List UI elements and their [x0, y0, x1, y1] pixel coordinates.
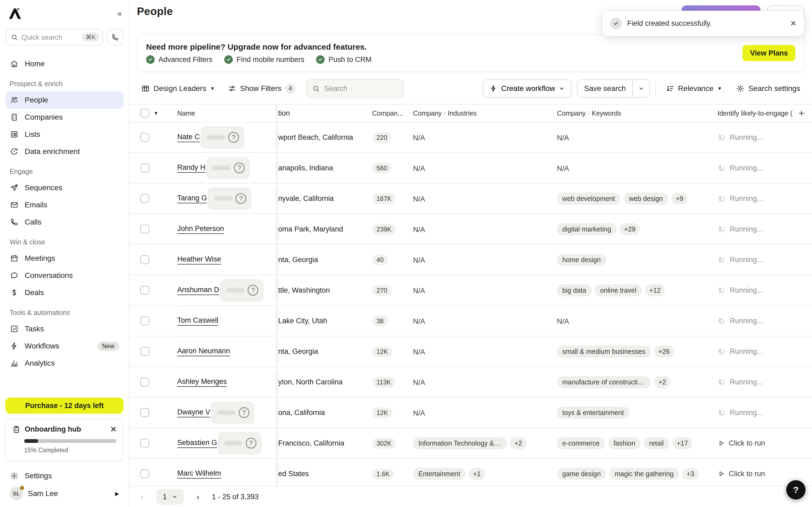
table-row[interactable]: Ashley Menges yton, North Carolina 113K … [130, 367, 812, 398]
redacted-name-box[interactable]: ? [218, 433, 261, 454]
sidebar-item-data-enrichment[interactable]: Data enrichment [5, 143, 123, 160]
sidebar-item-deals[interactable]: Deals [5, 284, 123, 301]
table-row[interactable]: Tarang G? nyvale, California 167K N/A we… [130, 183, 812, 214]
sidebar-item-meetings[interactable]: Meetings [5, 250, 123, 267]
identify-cell[interactable]: Running... [710, 286, 795, 294]
identify-cell[interactable]: Running... [710, 133, 795, 142]
column-header-industries[interactable]: Company · Industries [404, 109, 551, 117]
toast-close-icon[interactable]: ✕ [790, 19, 797, 28]
row-checkbox[interactable] [140, 439, 149, 448]
identify-cell[interactable]: Running... [710, 225, 795, 233]
table-search-input[interactable]: Search [306, 79, 404, 98]
search-settings-button[interactable]: Search settings [732, 79, 805, 98]
more-tags-badge[interactable]: +9 [671, 192, 688, 205]
sidebar-item-calls[interactable]: Calls [5, 214, 123, 231]
identify-cell[interactable]: Running... [710, 347, 795, 356]
sidebar-item-lists[interactable]: Lists [5, 126, 123, 143]
user-menu[interactable]: SL Sam Lee ▶ [5, 485, 123, 503]
sidebar-collapse-icon[interactable]: « [117, 9, 121, 18]
redacted-name-box[interactable]: ? [201, 127, 244, 148]
table-row[interactable]: Sebastien G? Francisco, California 302K … [130, 428, 812, 459]
row-checkbox[interactable] [140, 469, 149, 478]
identify-cell[interactable]: Running... [710, 317, 795, 325]
person-name-link[interactable]: Ashley Menges [177, 378, 227, 387]
sidebar-item-analytics[interactable]: Analytics [5, 355, 123, 372]
person-name-link[interactable]: Tarang G [177, 194, 207, 203]
table-row[interactable]: John Peterson oma Park, Maryland 239K N/… [130, 214, 812, 245]
row-checkbox[interactable] [140, 408, 149, 417]
row-checkbox[interactable] [140, 225, 149, 234]
person-name-link[interactable]: Anshuman D [177, 286, 219, 295]
person-name-link[interactable]: John Peterson [177, 225, 224, 234]
person-name-link[interactable]: Randy H [177, 163, 205, 173]
row-checkbox[interactable] [140, 347, 149, 356]
row-checkbox[interactable] [140, 378, 149, 387]
column-header-name[interactable]: Name [172, 105, 276, 122]
click-to-run-button[interactable]: Click to run [729, 439, 765, 447]
person-name-link[interactable]: Nate C [177, 133, 200, 142]
sidebar-item-emails[interactable]: Emails [5, 196, 123, 214]
column-header-employees[interactable]: Compan... [368, 109, 404, 117]
select-all-checkbox[interactable] [140, 109, 149, 118]
person-name-link[interactable]: Heather Wise [177, 255, 221, 265]
row-checkbox[interactable] [140, 255, 149, 264]
saved-list-dropdown[interactable]: Design Leaders ▼ [137, 79, 219, 98]
identify-cell[interactable]: Running... [710, 378, 795, 386]
table-row[interactable]: Aaron Neumann nta, Georgia 12K N/A small… [130, 336, 812, 367]
person-name-link[interactable]: Tom Caswell [177, 316, 218, 326]
person-name-link[interactable]: Sebastien G [177, 439, 217, 448]
click-to-run-button[interactable]: Click to run [729, 470, 765, 478]
redacted-name-box[interactable]: ? [211, 402, 254, 423]
more-tags-badge[interactable]: +26 [654, 345, 674, 357]
create-workflow-button[interactable]: Create workflow [483, 79, 572, 98]
more-tags-badge[interactable]: +3 [682, 468, 699, 480]
redacted-name-box[interactable]: ? [206, 157, 249, 179]
identify-cell[interactable]: Click to run [710, 439, 795, 447]
person-name-link[interactable]: Marc Wilhelm [177, 469, 221, 478]
row-checkbox[interactable] [140, 286, 149, 295]
apollo-logo-icon[interactable] [7, 6, 21, 20]
column-header-keywords[interactable]: Company · Keywords [551, 109, 710, 117]
sidebar-item-tasks[interactable]: Tasks [5, 320, 123, 337]
identify-cell[interactable]: Running... [710, 194, 795, 203]
row-checkbox[interactable] [140, 133, 149, 142]
help-button[interactable]: ? [786, 480, 806, 500]
identify-cell[interactable]: Running... [710, 256, 795, 264]
table-row[interactable]: Anshuman D? ttle, Washington 270 N/A big… [130, 275, 812, 306]
close-icon[interactable]: ✕ [110, 425, 116, 434]
row-checkbox[interactable] [140, 316, 149, 325]
view-plans-button[interactable]: View Plans [743, 45, 795, 61]
save-search-button[interactable]: Save search [577, 80, 632, 97]
redacted-name-box[interactable]: ? [208, 188, 251, 209]
row-checkbox[interactable] [140, 163, 149, 172]
person-name-link[interactable]: Dwayne V [177, 408, 210, 417]
redacted-name-box[interactable]: ? [220, 280, 263, 301]
purchase-button[interactable]: Purchase - 12 days left [5, 398, 123, 414]
show-filters-button[interactable]: Show Filters 4 [223, 79, 300, 98]
identify-cell[interactable]: Running... [710, 164, 795, 172]
sidebar-item-settings[interactable]: Settings [5, 467, 123, 485]
more-tags-badge[interactable]: +2 [510, 437, 526, 449]
page-select[interactable]: 1 [156, 489, 184, 505]
table-row[interactable]: Randy H? anapolis, Indiana 560 N/A N/A R… [130, 153, 812, 183]
row-checkbox[interactable] [140, 194, 149, 203]
more-tags-badge[interactable]: +2 [654, 376, 670, 388]
sort-dropdown[interactable]: Relevance ▼ [661, 79, 726, 98]
next-page-button[interactable]: › [193, 492, 203, 501]
sidebar-item-workflows[interactable]: Workflows New [5, 337, 123, 355]
save-search-menu-button[interactable] [632, 80, 650, 97]
table-row[interactable]: Marc Wilhelm ed States 1.6K Entertainmen… [130, 459, 812, 486]
column-header-location-clipped[interactable]: tion [276, 109, 368, 117]
select-menu-caret-icon[interactable]: ▼ [154, 111, 158, 116]
table-row[interactable]: Dwayne V? ona, California 12K N/A toys &… [130, 398, 812, 428]
more-tags-badge[interactable]: +1 [469, 468, 485, 480]
sidebar-item-people[interactable]: People [5, 92, 123, 109]
sidebar-item-conversations[interactable]: Conversations [5, 267, 123, 284]
sidebar-item-home[interactable]: Home [5, 55, 123, 72]
quick-search-input[interactable]: Quick search ⌘K [5, 29, 103, 46]
table-row[interactable]: Nate C? wport Beach, California 220 N/A … [130, 122, 812, 153]
person-name-link[interactable]: Aaron Neumann [177, 347, 230, 356]
sidebar-item-sequences[interactable]: Sequences [5, 179, 123, 196]
more-tags-badge[interactable]: +17 [672, 437, 692, 449]
identify-cell[interactable]: Click to run [710, 470, 795, 478]
